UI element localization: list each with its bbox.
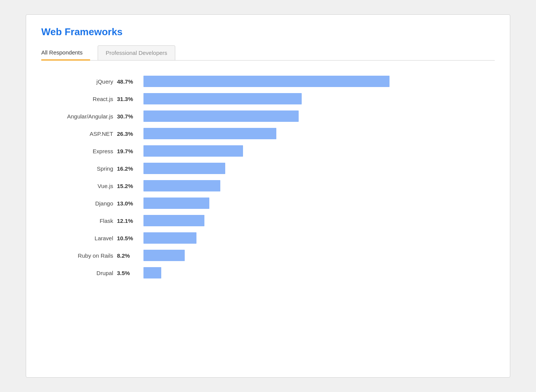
bar: [143, 76, 390, 87]
chart-row: Ruby on Rails8.2%: [41, 250, 495, 261]
bar-container: [143, 198, 495, 209]
chart-row: Express19.7%: [41, 145, 495, 157]
bar-container: [143, 128, 495, 139]
bar: [143, 110, 299, 122]
bar: [143, 180, 220, 191]
bar-pct: 15.2%: [117, 183, 143, 189]
bar: [143, 93, 302, 104]
bar-pct: 3.5%: [117, 270, 143, 276]
tab-all-respondents[interactable]: All Respondents: [41, 45, 90, 61]
main-card: Web Frameworks All Respondents Professio…: [26, 14, 510, 378]
bar-pct: 16.2%: [117, 165, 143, 172]
bar: [143, 215, 204, 226]
tab-bar: All Respondents Professional Developers: [41, 45, 495, 61]
chart-row: Django13.0%: [41, 198, 495, 209]
chart-area: jQuery48.7%React.js31.3%Angular/Angular.…: [41, 72, 495, 278]
bar: [143, 198, 209, 209]
bar-label: Vue.js: [41, 183, 117, 189]
bar-label: Django: [41, 200, 117, 207]
bar-container: [143, 163, 495, 174]
bar-label: Angular/Angular.js: [41, 113, 117, 120]
bar-pct: 10.5%: [117, 235, 143, 241]
bar-container: [143, 93, 495, 104]
bar-container: [143, 145, 495, 157]
bar-label: Express: [41, 148, 117, 154]
bar-pct: 12.1%: [117, 218, 143, 224]
bar-container: [143, 250, 495, 261]
bar-label: ASP.NET: [41, 131, 117, 137]
chart-row: Angular/Angular.js30.7%: [41, 110, 495, 122]
bar: [143, 128, 276, 139]
bar-label: Ruby on Rails: [41, 252, 117, 259]
bar-container: [143, 110, 495, 122]
bar-pct: 26.3%: [117, 131, 143, 137]
chart-row: jQuery48.7%: [41, 76, 495, 87]
bar-label: React.js: [41, 96, 117, 102]
bar: [143, 163, 225, 174]
bar-label: Spring: [41, 165, 117, 172]
bar: [143, 250, 185, 261]
chart-row: Flask12.1%: [41, 215, 495, 226]
bar-container: [143, 232, 495, 244]
bar-pct: 19.7%: [117, 148, 143, 154]
chart-row: React.js31.3%: [41, 93, 495, 104]
bar-container: [143, 180, 495, 191]
bar-label: Flask: [41, 218, 117, 224]
bar-label: jQuery: [41, 78, 117, 85]
bar-pct: 48.7%: [117, 78, 143, 85]
chart-row: Vue.js15.2%: [41, 180, 495, 191]
bar-container: [143, 215, 495, 226]
bar-container: [143, 267, 495, 278]
bar-label: Laravel: [41, 235, 117, 241]
tab-professional-developers[interactable]: Professional Developers: [98, 45, 175, 61]
bar: [143, 232, 196, 244]
bar-pct: 8.2%: [117, 252, 143, 259]
bar: [143, 267, 161, 278]
bar-label: Drupal: [41, 270, 117, 276]
bar-container: [143, 76, 495, 87]
bar-pct: 31.3%: [117, 96, 143, 102]
bar: [143, 145, 243, 157]
chart-row: Laravel10.5%: [41, 232, 495, 244]
chart-row: ASP.NET26.3%: [41, 128, 495, 139]
bar-pct: 30.7%: [117, 113, 143, 120]
bar-pct: 13.0%: [117, 200, 143, 207]
page-title: Web Frameworks: [41, 26, 495, 38]
chart-row: Spring16.2%: [41, 163, 495, 174]
chart-row: Drupal3.5%: [41, 267, 495, 278]
